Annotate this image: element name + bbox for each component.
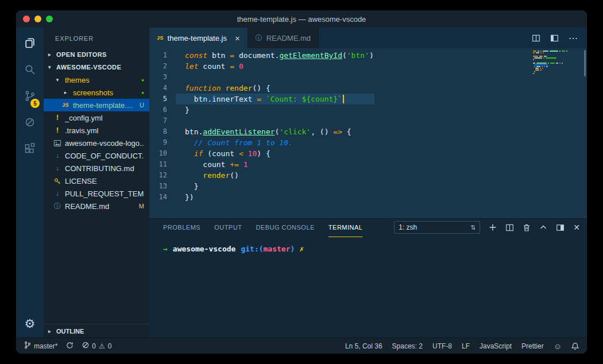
tree-item-readme-md[interactable]: ⓘREADME.mdM — [44, 200, 149, 212]
panel-tab-output[interactable]: OUTPUT — [214, 218, 242, 237]
tree-item-pull-request-temp[interactable]: ↓PULL_REQUEST_TEMP... — [44, 187, 149, 200]
code-text: render() — [176, 170, 239, 181]
window-title: theme-template.js — awesome-vscode — [16, 15, 587, 24]
code-line-14[interactable]: 14}) — [149, 192, 587, 203]
close-panel-icon[interactable]: ✕ — [573, 223, 580, 232]
tree-item-contributing-md[interactable]: ↓CONTRIBUTING.md — [44, 162, 149, 175]
branch-indicator[interactable]: master* — [24, 341, 57, 351]
code-editor[interactable]: 1const btn = document.getElementById('bt… — [149, 48, 587, 217]
vscode-window: theme-template.js — awesome-vscode — [16, 10, 587, 354]
code-line-3[interactable]: 3 — [149, 72, 587, 83]
tree-item-label: _config.yml — [65, 114, 103, 122]
prompt-git-close: ) — [291, 245, 295, 253]
outline-section-header[interactable]: ▸ OUTLINE — [44, 324, 149, 338]
code-line-8[interactable]: 8btn.addEventListener('click', () => { — [149, 126, 587, 137]
markdown-icon: ↓ — [53, 164, 62, 172]
new-terminal-icon[interactable] — [489, 223, 497, 231]
code-line-9[interactable]: 9 // Count from 1 to 10. — [149, 137, 587, 148]
code-line-1[interactable]: 1const btn = document.getElementById('bt… — [149, 50, 587, 61]
tree-item-theme-template[interactable]: JStheme-template....U — [44, 99, 149, 111]
close-tab-icon[interactable]: × — [235, 33, 240, 43]
line-number: 8 — [149, 126, 176, 137]
code-line-7[interactable]: 7 — [149, 115, 587, 126]
maximize-panel-icon[interactable] — [539, 223, 547, 231]
line-number: 9 — [149, 137, 176, 148]
tree-item-label: .travis.yml — [65, 126, 99, 135]
zoom-window-button[interactable] — [46, 16, 53, 22]
prompt-directory: awesome-vscode — [173, 245, 236, 253]
search-view-button[interactable] — [16, 57, 44, 84]
line-number: 13 — [149, 181, 176, 192]
tab-theme-template-js[interactable]: JS theme-template.js × — [149, 28, 248, 48]
warning-icon: ⚠ — [99, 342, 105, 350]
line-number: 6 — [149, 104, 176, 115]
code-line-12[interactable]: 12 render() — [149, 170, 587, 181]
open-editors-section-header[interactable]: ▸ OPEN EDITORS — [44, 48, 149, 61]
image-icon — [53, 140, 62, 147]
explorer-view-button[interactable] — [16, 31, 44, 57]
text-cursor — [343, 95, 344, 103]
debug-view-button[interactable] — [16, 110, 44, 137]
feedback-smiley-icon[interactable]: ☺ — [554, 342, 562, 351]
code-text: function render() { — [176, 83, 270, 94]
code-line-11[interactable]: 11 count += 1 — [149, 159, 587, 170]
indentation-indicator[interactable]: Spaces: 2 — [392, 342, 423, 350]
tree-item-label: CODE_OF_CONDUCT.... — [65, 152, 144, 160]
extensions-view-button[interactable] — [16, 137, 44, 163]
tab-bar: JS theme-template.js × ⓘ README.md — [149, 28, 587, 48]
panel-tab-debug-console[interactable]: DEBUG CONSOLE — [256, 218, 314, 237]
kill-terminal-icon[interactable] — [523, 223, 531, 232]
status-left: master* 0 ⚠ 0 — [24, 341, 111, 351]
git-branch-icon — [24, 341, 31, 351]
problems-indicator[interactable]: 0 ⚠ 0 — [82, 342, 111, 350]
minimap[interactable] — [533, 51, 578, 75]
eol-indicator[interactable]: LF — [462, 342, 470, 350]
search-icon — [23, 63, 37, 79]
terminal-content[interactable]: →awesome-vscodegit:(master)✗ — [149, 237, 587, 261]
minimize-window-button[interactable] — [34, 16, 41, 22]
code-line-5[interactable]: 5 btn.innerText = `Count: ${count}` — [149, 94, 587, 104]
scrollbar-thumb[interactable] — [584, 50, 586, 76]
line-number: 2 — [149, 61, 176, 72]
code-line-2[interactable]: 2let count = 0 — [149, 61, 587, 72]
tree-item-license[interactable]: LICENSE — [44, 175, 149, 187]
code-line-6[interactable]: 6} — [149, 104, 587, 115]
encoding-indicator[interactable]: UTF-8 — [432, 342, 452, 350]
settings-gear-icon[interactable]: ⚙ — [25, 317, 36, 331]
cursor-position-indicator[interactable]: Ln 5, Col 36 — [345, 342, 382, 350]
sync-button[interactable] — [66, 342, 74, 351]
panel-position-icon[interactable] — [556, 223, 565, 232]
panel-tab-problems[interactable]: PROBLEMS — [163, 218, 200, 237]
warning-icon: ! — [53, 114, 62, 122]
tree-item-themes[interactable]: ▾themes● — [44, 73, 149, 86]
tree-item-awesome-vscode-logo[interactable]: awesome-vscode-logo... — [44, 137, 149, 149]
debug-icon — [23, 115, 37, 131]
terminal-picker[interactable]: 1: zsh ⇅ — [394, 221, 480, 234]
tree-item-code-of-conduct[interactable]: ↓CODE_OF_CONDUCT.... — [44, 149, 149, 162]
notifications-bell-icon[interactable] — [571, 342, 579, 350]
tab-readme-md[interactable]: ⓘ README.md — [248, 28, 319, 48]
files-icon — [23, 36, 37, 52]
tree-item-screenshots[interactable]: ▸screenshots● — [44, 86, 149, 99]
open-changes-icon[interactable] — [532, 34, 540, 42]
code-line-13[interactable]: 13 } — [149, 181, 587, 192]
more-actions-icon[interactable]: ⋯ — [569, 33, 578, 44]
source-control-view-button[interactable]: 5 — [16, 84, 44, 110]
formatter-indicator[interactable]: Prettier — [521, 342, 544, 350]
code-text: // Count from 1 to 10. — [176, 137, 293, 148]
close-window-button[interactable] — [23, 16, 30, 22]
file-tree: ▾themes●▸screenshots●JStheme-template...… — [44, 73, 149, 212]
info-icon: ⓘ — [256, 33, 262, 43]
panel-tab-terminal[interactable]: TERMINAL — [328, 218, 363, 237]
language-mode-indicator[interactable]: JavaScript — [480, 342, 512, 350]
prompt-dirty-mark: ✗ — [299, 245, 304, 253]
split-editor-icon[interactable] — [550, 34, 559, 42]
code-line-4[interactable]: 4function render() { — [149, 83, 587, 94]
workspace-section-header[interactable]: ▾ AWESOME-VSCODE — [44, 61, 149, 73]
split-terminal-icon[interactable] — [505, 223, 514, 232]
line-number: 4 — [149, 83, 176, 94]
git-decoration: M — [136, 203, 144, 210]
code-line-10[interactable]: 10 if (count < 10) { — [149, 148, 587, 159]
tree-item-travis-yml[interactable]: !.travis.yml — [44, 124, 149, 137]
tree-item-config-yml[interactable]: !_config.yml — [44, 111, 149, 124]
